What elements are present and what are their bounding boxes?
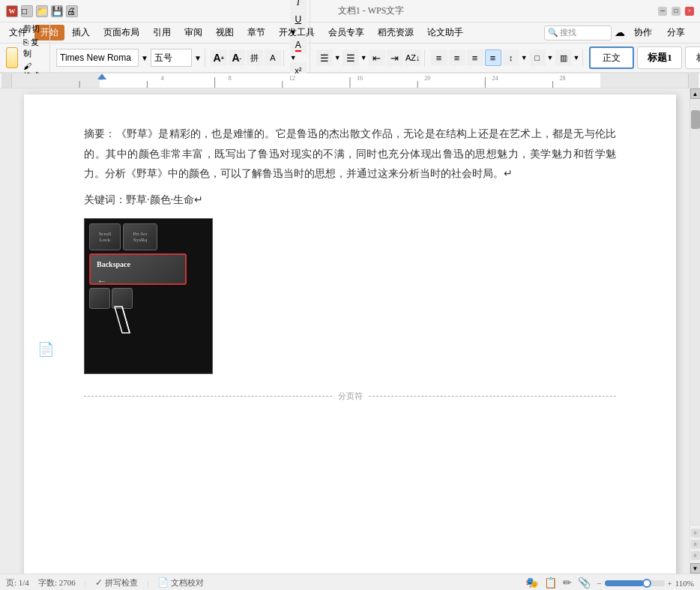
font-color-btn[interactable]: A — [290, 37, 307, 53]
decrease-indent-btn[interactable]: ⇤ — [369, 49, 385, 66]
font-size-input[interactable] — [151, 49, 192, 67]
increase-indent-btn[interactable]: ⇥ — [387, 49, 403, 66]
title-bar: W □ 📁 💾 🖨 文档1 - WPS文字 ─ □ × — [0, 0, 700, 22]
side-icon-3[interactable]: ○ — [691, 551, 700, 560]
keyword-paragraph: 关键词：野草·颜色·生命↵ — [84, 190, 616, 209]
bullet-dropdown-icon[interactable]: ▼ — [334, 54, 341, 61]
menu-share[interactable]: 分享 — [661, 25, 691, 40]
font-color-dropdown-icon[interactable]: ▼ — [290, 54, 297, 61]
vertical-scrollbar[interactable]: ▲ ○ ○ ○ ▼ — [690, 88, 700, 574]
side-icon-2[interactable]: ○ — [691, 540, 700, 549]
page-break-line-left — [84, 396, 332, 397]
menu-collab[interactable]: 协作 — [628, 25, 658, 40]
shading-btn[interactable]: ▥ — [555, 49, 572, 66]
line-spacing-btn[interactable]: ↕ — [503, 49, 519, 66]
italic-btn[interactable]: I — [290, 0, 307, 10]
font-name-dropdown-icon[interactable]: ▼ — [141, 54, 148, 62]
doc-check-status[interactable]: 📄 文档校对 — [157, 577, 204, 589]
sort-btn[interactable]: AZ↓ — [405, 49, 421, 66]
menu-chapter[interactable]: 章节 — [241, 25, 271, 40]
zoom-in-btn[interactable]: + — [668, 579, 672, 588]
document-content: 摘要：《野草》是精彩的，也是难懂的。它是鲁迅的杰出散文作品，无论是在结构上还是在… — [84, 124, 616, 404]
abstract-text[interactable]: 《野草》是精彩的，也是难懂的。它是鲁迅的杰出散文作品，无论是在结构上还是在艺术上… — [84, 128, 616, 179]
menu-paper[interactable]: 论文助手 — [421, 25, 469, 40]
doc-check-icon: 📄 — [157, 577, 169, 589]
svg-text:20: 20 — [424, 75, 430, 82]
side-icon-1[interactable]: ○ — [691, 529, 700, 538]
justify-btn[interactable]: ≡ — [485, 49, 501, 66]
scroll-track[interactable] — [690, 99, 700, 525]
number-list-btn[interactable]: ☰ — [343, 49, 359, 66]
scroll-down-btn[interactable]: ▼ — [690, 563, 701, 574]
zoom-out-btn[interactable]: − — [597, 579, 601, 588]
toolbar-container: 剪切 ⎘ 复制 🖌 格式刷 ▼ ▼ A+ A- 拼 A B I U ▼ — [0, 43, 700, 73]
num-dropdown-icon[interactable]: ▼ — [360, 54, 367, 61]
key-scroll-lock: ScrollLock — [89, 223, 121, 250]
keywords-text[interactable]: 野草·颜色·生命↵ — [126, 194, 203, 205]
align-left-btn[interactable]: ≡ — [431, 49, 447, 66]
scroll-up-btn[interactable]: ▲ — [690, 88, 701, 99]
menu-insert[interactable]: 插入 — [66, 25, 96, 40]
menu-view[interactable]: 视图 — [210, 25, 240, 40]
menu-shell[interactable]: 稻壳资源 — [372, 25, 420, 40]
center-btn[interactable]: ≡ — [449, 49, 465, 66]
scroll-thumb[interactable] — [691, 110, 700, 129]
copy-btn[interactable]: ⎘ 复制 — [20, 36, 43, 60]
style-normal[interactable]: 正文 — [589, 46, 634, 69]
status-sep-2: | — [147, 579, 148, 588]
char-border-btn[interactable]: A — [265, 49, 281, 66]
line-spacing-dropdown-icon[interactable]: ▼ — [521, 54, 528, 61]
paragraph-group-align: ≡ ≡ ≡ ≡ ↕ ▼ □ ▼ ▥ ▼ — [428, 49, 584, 66]
style-heading2[interactable]: 标题2 — [685, 46, 700, 69]
zoom-slider[interactable] — [605, 580, 665, 586]
status-bar: 页: 1/4 字数: 2706 | ✓ 拼写检查 | 📄 文档校对 🎭 📋 ✏ … — [0, 574, 700, 590]
toolbar-row1: 剪切 ⎘ 复制 🖌 格式刷 ▼ ▼ A+ A- 拼 A B I U ▼ — [0, 43, 700, 72]
underline-btn[interactable]: U — [290, 11, 307, 28]
style-thumbnails: 正文 标题1 标题2 — [586, 45, 700, 70]
status-icon-2: 📋 — [544, 577, 557, 589]
paste-btn[interactable] — [6, 47, 18, 68]
new-doc-icon[interactable]: □ — [21, 5, 33, 17]
status-icon-1: 🎭 — [525, 577, 538, 589]
print-icon[interactable]: 🖨 — [66, 5, 78, 17]
spellcheck-status[interactable]: ✓ 拼写检查 — [95, 577, 138, 589]
menu-reference[interactable]: 引用 — [147, 25, 177, 40]
shading-dropdown-icon[interactable]: ▼ — [573, 54, 580, 61]
maximize-btn[interactable]: □ — [672, 7, 681, 16]
grow-font-btn[interactable]: A+ — [211, 49, 227, 66]
font-size-dropdown-icon[interactable]: ▼ — [194, 54, 202, 62]
menu-review[interactable]: 审阅 — [178, 25, 208, 40]
menu-member[interactable]: 会员专享 — [322, 25, 370, 40]
style-heading1[interactable]: 标题1 — [637, 46, 682, 69]
menu-layout[interactable]: 页面布局 — [97, 25, 145, 40]
side-note-icon[interactable]: 📄 — [37, 337, 54, 361]
key-prtsc: Prt ScrSysRq — [123, 223, 157, 250]
borders-btn[interactable]: □ — [529, 49, 546, 66]
document-page[interactable]: 📄 摘要：《野草》是精彩的，也是难懂的。它是鲁迅的杰出散文作品，无论是在结构上还… — [24, 94, 676, 574]
shrink-font-btn[interactable]: A- — [229, 49, 245, 66]
font-name-input[interactable] — [56, 49, 139, 67]
svg-text:4: 4 — [160, 75, 163, 82]
left-margin — [0, 88, 10, 574]
pinyin-btn[interactable]: 拼 — [247, 49, 263, 66]
scroll-side-icons: ○ ○ ○ — [691, 525, 700, 563]
bullet-list-btn[interactable]: ☰ — [316, 49, 333, 66]
search-box[interactable]: 🔍 搜找 — [544, 25, 612, 40]
borders-dropdown-icon[interactable]: ▼ — [547, 54, 554, 61]
search-icon: 🔍 — [548, 28, 558, 37]
status-sep-1: | — [85, 579, 86, 588]
status-bar-right: 🎭 📋 ✏ 📎 − + 110% — [525, 577, 694, 589]
minimize-btn[interactable]: ─ — [658, 7, 667, 16]
ruler-inner[interactable]: 0 4 8 12 16 20 24 28 — [12, 73, 688, 88]
zoom-thumb[interactable] — [642, 579, 651, 588]
close-btn[interactable]: × — [685, 7, 694, 16]
save-icon[interactable]: 💾 — [51, 5, 63, 17]
status-icon-3: ✏ — [563, 577, 572, 589]
paragraph-group-top: ☰ ▼ ☰ ▼ ⇤ ⇥ AZ↓ — [313, 49, 425, 66]
open-icon[interactable]: 📁 — [36, 5, 48, 17]
font-size-group: A+ A- 拼 A — [208, 49, 284, 66]
underline-dropdown-icon[interactable]: ▼ — [290, 28, 297, 36]
keyword-label: 关键词： — [84, 194, 126, 205]
align-right-btn[interactable]: ≡ — [467, 49, 483, 66]
cut-btn[interactable]: 剪切 — [20, 22, 43, 35]
